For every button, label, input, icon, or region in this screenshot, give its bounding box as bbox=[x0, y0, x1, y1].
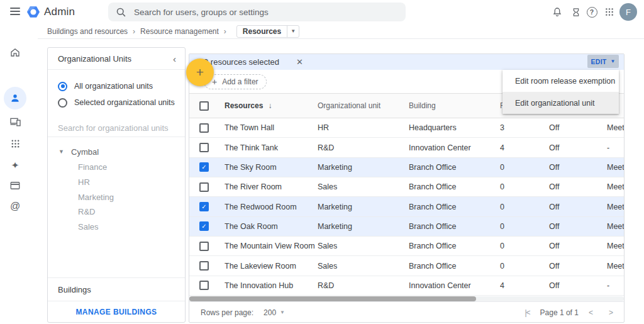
organizational-units-panel: Organizational Units ‹ All organizationa… bbox=[47, 47, 186, 323]
resource-name: The Lakeview Room bbox=[225, 262, 318, 271]
table-row[interactable]: The Innovation Hub R&D Innovation Center… bbox=[189, 276, 624, 296]
resource-building: Branch Office bbox=[409, 163, 500, 172]
google-admin-logo-icon bbox=[26, 5, 40, 19]
next-page-icon[interactable]: > bbox=[609, 308, 613, 317]
table-row[interactable]: The Mountain View Room Sales Branch Offi… bbox=[189, 237, 624, 256]
main-menu-icon[interactable] bbox=[10, 8, 20, 15]
rows-per-page-label: Rows per page: bbox=[201, 308, 253, 317]
chevron-down-icon: ▼ bbox=[280, 310, 285, 315]
search-icon bbox=[116, 7, 126, 18]
table-row[interactable]: The Think Tank R&D Innovation Center 4 O… bbox=[189, 138, 624, 157]
nav-billing-icon[interactable] bbox=[8, 179, 22, 193]
horizontal-scrollbar[interactable] bbox=[189, 296, 624, 301]
row-checkbox[interactable]: ✓ bbox=[199, 162, 209, 172]
nav-directory-users-icon[interactable] bbox=[8, 91, 22, 105]
search-bar[interactable] bbox=[108, 3, 406, 21]
resource-name: The Mountain View Room bbox=[225, 242, 318, 250]
previous-page-icon[interactable]: < bbox=[589, 308, 592, 317]
table-row[interactable]: The Town Hall HR Headquarters 3 Off Meet bbox=[189, 118, 624, 138]
clear-selection-icon[interactable]: ✕ bbox=[296, 57, 303, 67]
tree-expand-icon[interactable]: ▼ bbox=[58, 148, 67, 155]
help-icon[interactable]: ? bbox=[586, 6, 598, 18]
resource-name: The Oak Room bbox=[225, 222, 318, 231]
first-page-icon[interactable]: |< bbox=[525, 308, 530, 317]
resource-org-unit: Sales bbox=[318, 262, 409, 271]
resource-auto-release: Off bbox=[549, 222, 607, 231]
resource-category: - bbox=[607, 143, 624, 152]
tree-item-marketing[interactable]: Marketing bbox=[48, 189, 185, 204]
edit-button[interactable]: EDIT ▼ bbox=[587, 55, 619, 68]
resource-name: The Think Tank bbox=[225, 143, 318, 152]
resource-org-unit: R&D bbox=[318, 143, 409, 152]
menu-item-edit-room-release-exemption[interactable]: Edit room release exemption bbox=[502, 70, 619, 92]
row-checkbox[interactable] bbox=[199, 261, 209, 271]
resource-category: Meet bbox=[607, 222, 624, 231]
org-units-search-input[interactable] bbox=[58, 120, 175, 137]
nav-account-at-icon[interactable]: @ bbox=[8, 199, 22, 213]
collapse-panel-chevron-icon[interactable]: ‹ bbox=[173, 53, 176, 64]
table-row[interactable]: The Lakeview Room Sales Branch Office 0 … bbox=[189, 256, 624, 276]
row-checkbox[interactable] bbox=[199, 281, 209, 290]
nav-apps-icon[interactable] bbox=[8, 137, 22, 150]
search-input[interactable] bbox=[134, 8, 398, 17]
column-header-building[interactable]: Building bbox=[409, 101, 500, 110]
select-all-checkbox[interactable] bbox=[199, 101, 209, 111]
resource-name: The Sky Room bbox=[225, 163, 318, 172]
resource-building: Branch Office bbox=[409, 203, 500, 211]
tree-item-sales[interactable]: Sales bbox=[48, 220, 185, 235]
row-checkbox[interactable] bbox=[199, 182, 209, 192]
column-header-resources[interactable]: Resources↓ bbox=[225, 101, 318, 110]
resource-org-unit: Marketing bbox=[318, 163, 409, 172]
row-checkbox[interactable]: ✓ bbox=[199, 221, 209, 231]
table-row[interactable]: ✓ The Sky Room Marketing Branch Office 0… bbox=[189, 158, 624, 177]
row-checkbox[interactable] bbox=[199, 242, 209, 251]
table-row[interactable]: The River Room Sales Branch Office 0 Off… bbox=[189, 177, 624, 197]
rows-per-page-select[interactable]: 200 ▼ bbox=[264, 308, 285, 317]
org-units-tree: ▼ Cymbal FinanceHRMarketingR&DSales bbox=[48, 137, 185, 234]
scrollbar-thumb[interactable] bbox=[189, 296, 476, 301]
manage-buildings-button[interactable]: MANAGE BUILDINGS bbox=[48, 301, 185, 322]
tree-item-finance[interactable]: Finance bbox=[48, 160, 185, 175]
user-avatar[interactable]: F bbox=[619, 3, 637, 21]
table-footer: Rows per page: 200 ▼ |< Page 1 of 1 < > bbox=[189, 301, 624, 323]
breadcrumb-separator-icon: › bbox=[224, 27, 226, 36]
resource-building: Branch Office bbox=[409, 222, 500, 231]
plus-icon: + bbox=[196, 65, 204, 79]
column-header-organizational-unit[interactable]: Organizational unit bbox=[318, 101, 409, 110]
apps-grid-icon[interactable] bbox=[603, 6, 616, 18]
resource-auto-release: Off bbox=[549, 163, 607, 172]
resource-floor: 3 bbox=[500, 123, 549, 132]
resource-floor: 0 bbox=[500, 242, 549, 250]
org-units-search[interactable] bbox=[48, 120, 185, 137]
row-checkbox[interactable]: ✓ bbox=[199, 202, 209, 211]
tree-item-hr[interactable]: HR bbox=[48, 175, 185, 190]
nav-home-icon[interactable] bbox=[8, 45, 22, 59]
topbar: Admin ? F bbox=[0, 0, 644, 24]
resource-auto-release: Off bbox=[549, 242, 607, 250]
row-checkbox[interactable] bbox=[199, 123, 209, 133]
row-checkbox[interactable] bbox=[199, 143, 209, 152]
resource-floor: 4 bbox=[500, 143, 549, 152]
tree-item-r-d[interactable]: R&D bbox=[48, 204, 185, 220]
table-row[interactable]: ✓ The Oak Room Marketing Branch Office 0… bbox=[189, 217, 624, 237]
add-resource-fab[interactable]: + bbox=[186, 59, 214, 86]
radio-all-org-units[interactable]: All organizational units bbox=[58, 78, 175, 94]
radio-selected-org-units[interactable]: Selected organizational units bbox=[58, 94, 175, 111]
tasks-hourglass-icon[interactable] bbox=[570, 6, 582, 18]
table-row[interactable]: ✓ The Redwood Room Marketing Branch Offi… bbox=[189, 197, 624, 216]
selection-count: 3 resources selected bbox=[204, 57, 279, 67]
nav-devices-icon[interactable] bbox=[8, 115, 22, 128]
resource-floor: 0 bbox=[500, 182, 549, 191]
chevron-down-icon[interactable]: ▼ bbox=[287, 26, 299, 37]
breadcrumb-resource-management[interactable]: Resource management bbox=[140, 27, 219, 36]
resource-auto-release: Off bbox=[549, 182, 607, 191]
menu-item-edit-organizational-unit[interactable]: Edit organizational unit bbox=[502, 92, 619, 114]
table-body: The Town Hall HR Headquarters 3 Off Meet… bbox=[189, 118, 624, 296]
breadcrumb-buildings-and-resources[interactable]: Buildings and resources bbox=[47, 27, 128, 36]
breadcrumb-current-page-chip[interactable]: Resources ▼ bbox=[236, 25, 299, 38]
nav-generative-ai-sparkle-icon[interactable]: ✦ bbox=[8, 158, 22, 172]
resource-org-unit: Marketing bbox=[318, 222, 409, 231]
notifications-bell-icon[interactable] bbox=[551, 6, 564, 18]
tree-item-cymbal[interactable]: ▼ Cymbal bbox=[48, 143, 185, 160]
resource-auto-release: Off bbox=[549, 281, 607, 290]
